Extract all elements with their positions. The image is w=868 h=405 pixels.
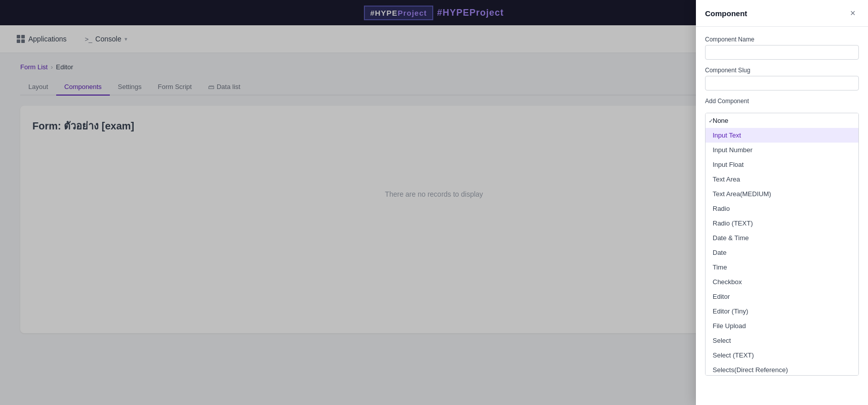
dropdown-item-select-text[interactable]: Select (TEXT) (706, 348, 858, 363)
dropdown-item-time[interactable]: Time (706, 260, 858, 275)
panel-body: Component Name Component Slug Add Compon… (696, 27, 868, 405)
dropdown-item-selects-direct-ref[interactable]: Selects(Direct Reference) (706, 363, 858, 376)
dropdown-item-text-area-medium[interactable]: Text Area(MEDIUM) (706, 187, 858, 201)
panel-header: Component × (696, 0, 868, 27)
dropdown-item-checkbox[interactable]: Checkbox (706, 275, 858, 289)
dropdown-item-editor-tiny[interactable]: Editor (Tiny) (706, 304, 858, 319)
component-type-dropdown[interactable]: NoneInput TextInput NumberInput FloatTex… (705, 113, 859, 376)
dropdown-item-none[interactable]: None (706, 113, 858, 128)
component-slug-field-group: Component Slug (705, 67, 859, 91)
dropdown-item-editor[interactable]: Editor (706, 289, 858, 304)
add-component-label: Add Component (705, 98, 859, 105)
side-panel: Component × Component Name Component Slu… (696, 0, 868, 405)
dropdown-item-input-number[interactable]: Input Number (706, 143, 858, 157)
dropdown-item-input-text[interactable]: Input Text (706, 128, 858, 143)
dropdown-item-date-time[interactable]: Date & Time (706, 231, 858, 245)
component-slug-input[interactable] (705, 76, 859, 91)
panel-close-button[interactable]: × (847, 7, 859, 19)
dropdown-item-date[interactable]: Date (706, 245, 858, 260)
component-slug-label: Component Slug (705, 67, 859, 74)
component-name-input[interactable] (705, 45, 859, 60)
dropdown-item-input-float[interactable]: Input Float (706, 157, 858, 172)
component-name-field-group: Component Name (705, 36, 859, 60)
dropdown-item-radio[interactable]: Radio (706, 201, 858, 216)
component-name-label: Component Name (705, 36, 859, 43)
panel-title: Component (705, 9, 747, 18)
dropdown-item-text-area[interactable]: Text Area (706, 172, 858, 187)
dropdown-item-select[interactable]: Select (706, 333, 858, 348)
dropdown-item-radio-text[interactable]: Radio (TEXT) (706, 216, 858, 231)
dropdown-item-file-upload[interactable]: File Upload (706, 319, 858, 333)
